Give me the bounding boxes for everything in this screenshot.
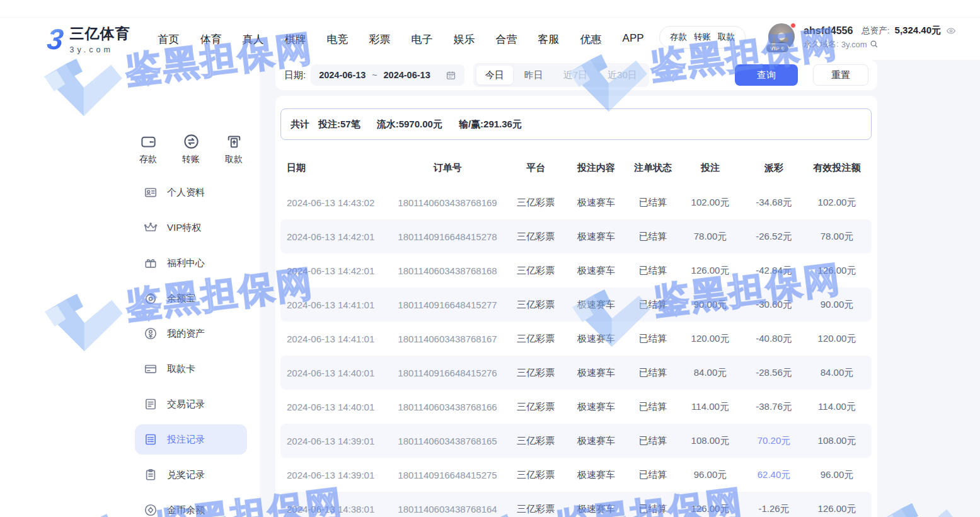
sidebar-item-2[interactable]: VIP特权: [135, 212, 247, 243]
gift-icon: [144, 256, 158, 270]
nav-item-6[interactable]: 彩票: [369, 32, 391, 47]
quick-action-label: 取款: [225, 154, 243, 165]
cell-bet: 102.00元: [677, 197, 743, 209]
cell-date: 2024-06-13 14:40:01: [280, 402, 388, 412]
cell-valid: 96.00元: [805, 469, 869, 481]
query-button[interactable]: 查询: [735, 64, 798, 86]
table-row: 2024-06-13 14:41:011801140916648415277三亿…: [280, 288, 872, 322]
sidebar-item-label: 取款卡: [167, 363, 195, 375]
sidebar-item-10[interactable]: 金币余额: [135, 495, 247, 517]
cell-platform: 三亿彩票: [507, 231, 564, 243]
quick-action-transfer[interactable]: 转账: [170, 133, 212, 165]
nav-item-9[interactable]: 合营: [496, 32, 517, 47]
reset-button[interactable]: 重置: [813, 64, 868, 86]
sidebar-item-label: 个人资料: [167, 187, 205, 199]
nav-item-12[interactable]: APP: [623, 32, 644, 47]
cell-order: 1801140916648415277: [388, 299, 507, 310]
cell-content: 极速赛车: [564, 231, 628, 243]
nav-item-11[interactable]: 优惠: [580, 32, 602, 47]
table-row: 2024-06-13 14:42:011801140916648415278三亿…: [280, 219, 872, 253]
cell-date: 2024-06-13 14:39:01: [280, 436, 388, 446]
nav-item-8[interactable]: 娱乐: [454, 32, 475, 47]
sidebar-item-7[interactable]: 交易记录: [135, 389, 247, 419]
cell-payout: 62.40元: [743, 469, 805, 481]
top-strip: [0, 0, 980, 18]
cell-status: 已结算: [628, 265, 677, 277]
quick-action-deposit-wallet[interactable]: 存款: [127, 133, 170, 165]
search-icon[interactable]: [870, 40, 879, 49]
cell-valid: 114.00元: [805, 401, 869, 413]
table-row: 2024-06-13 14:42:011801140603438768168三亿…: [280, 253, 872, 288]
range-preset-1[interactable]: 今日: [476, 66, 513, 84]
cell-order: 1801140603438768169: [388, 197, 507, 208]
nav-item-3[interactable]: 真人: [243, 32, 264, 47]
sidebar-item-1[interactable]: 个人资料: [135, 177, 247, 207]
date-range-input[interactable]: 2024-06-13 ~ 2024-06-13: [311, 64, 464, 86]
cell-valid: 90.00元: [805, 299, 869, 311]
summary-total-label: 共计: [291, 119, 309, 131]
column-header-8: 有效投注额: [805, 162, 869, 174]
cell-date: 2024-06-13 14:41:01: [280, 299, 388, 310]
cell-content: 极速赛车: [564, 197, 628, 209]
cell-content: 极速赛车: [564, 265, 628, 277]
cell-bet: 114.00元: [677, 401, 743, 413]
nav-item-4[interactable]: 棋牌: [285, 32, 306, 47]
sidebar-item-4[interactable]: 余额宝: [135, 283, 247, 313]
cell-payout: 70.20元: [743, 435, 805, 447]
header-quick-link-2[interactable]: 转账: [694, 32, 711, 43]
cell-platform: 三亿彩票: [507, 435, 564, 447]
sidebar-item-label: 余额宝: [167, 293, 195, 305]
sidebar-item-8[interactable]: 投注记录: [135, 424, 247, 455]
cell-order: 1801140916648415275: [388, 470, 507, 480]
main-nav: 首页体育真人棋牌电竞彩票电子娱乐合营客服优惠APP: [158, 32, 644, 47]
date-start: 2024-06-13: [319, 70, 366, 80]
range-preset-2[interactable]: 昨日: [516, 66, 552, 84]
brand-logo[interactable]: 3 三亿体育 3y.com: [47, 24, 130, 54]
nav-item-2[interactable]: 体育: [200, 32, 222, 47]
nav-item-10[interactable]: 客服: [538, 32, 560, 47]
cell-payout: -30.60元: [743, 299, 805, 311]
sidebar-item-6[interactable]: 取款卡: [135, 354, 247, 384]
cell-date: 2024-06-13 14:39:01: [280, 470, 388, 480]
header-quick-link-3[interactable]: 取款: [718, 32, 735, 43]
cell-date: 2024-06-13 14:41:01: [280, 334, 388, 344]
wallet-quick-pill: 存款转账取款: [659, 26, 746, 49]
transfer-icon: [183, 133, 200, 150]
cell-bet: 126.00元: [677, 503, 743, 515]
nav-item-7[interactable]: 电子: [412, 32, 433, 47]
sidebar-item-5[interactable]: 我的资产: [135, 318, 247, 349]
cell-bet: 126.00元: [677, 265, 743, 277]
range-preset-3[interactable]: 近7日: [555, 66, 596, 84]
cell-date: 2024-06-13 14:38:01: [280, 504, 388, 514]
table-row: 2024-06-13 14:38:011801140603438768164三亿…: [280, 492, 872, 517]
cell-bet: 84.00元: [677, 367, 743, 379]
cell-platform: 三亿彩票: [507, 299, 564, 311]
header-quick-link-1[interactable]: 存款: [670, 32, 687, 43]
column-header-1: 日期: [280, 162, 388, 174]
eye-icon[interactable]: [946, 26, 956, 36]
cell-bet: 120.00元: [677, 333, 743, 345]
avatar[interactable]: VIP 0: [768, 23, 796, 51]
cell-bet: 78.00元: [677, 231, 743, 243]
cell-platform: 三亿彩票: [507, 401, 564, 413]
cell-valid: 126.00元: [805, 503, 869, 515]
sidebar-item-9[interactable]: 兑奖记录: [135, 460, 247, 490]
cell-order: 1801140603438768167: [388, 334, 507, 344]
sidebar-item-3[interactable]: 福利中心: [135, 248, 247, 278]
cell-date: 2024-06-13 14:42:01: [280, 231, 388, 242]
vip-badge: VIP 0: [766, 44, 789, 53]
quick-action-withdraw[interactable]: 取款: [212, 133, 255, 165]
cell-status: 已结算: [628, 401, 677, 413]
cell-order: 1801140603438768164: [388, 504, 507, 514]
sidebar: 存款转账取款 个人资料VIP特权福利中心余额宝我的资产取款卡交易记录投注记录兑奖…: [0, 60, 260, 517]
table-row: 2024-06-13 14:39:011801140916648415275三亿…: [280, 458, 872, 492]
range-preset-4[interactable]: 近30日: [599, 66, 646, 84]
cell-content: 极速赛车: [564, 367, 628, 379]
nav-item-1[interactable]: 首页: [158, 32, 180, 47]
cell-date: 2024-06-13 14:43:02: [280, 197, 388, 208]
column-header-4: 投注内容: [564, 162, 628, 174]
cell-status: 已结算: [628, 367, 677, 379]
cell-valid: 126.00元: [805, 265, 869, 277]
nav-item-5[interactable]: 电竞: [327, 32, 349, 47]
deposit-wallet-icon: [140, 133, 157, 150]
